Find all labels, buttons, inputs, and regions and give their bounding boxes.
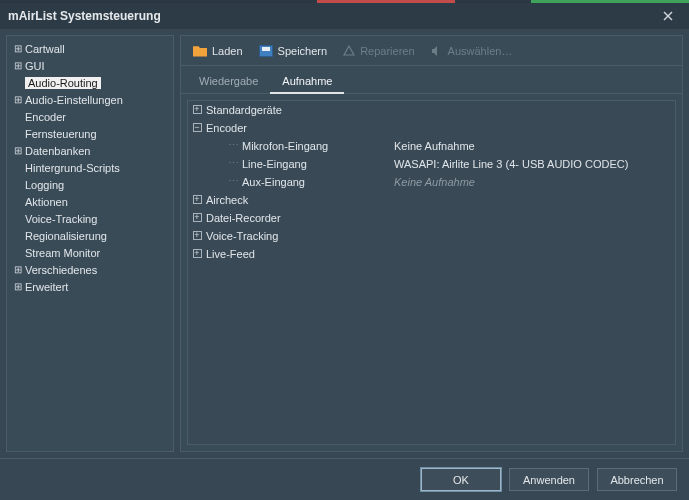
plus-icon[interactable]: ⊞ [11, 43, 25, 54]
sidebar-item-regionalisierung[interactable]: Regionalisierung [9, 227, 171, 244]
grid-row-line-eingang[interactable]: ⋯ Line-Eingang WASAPI: Airlite Line 3 (4… [188, 155, 675, 173]
window-title: mAirList Systemsteuerung [8, 9, 161, 23]
load-button[interactable]: Laden [187, 42, 249, 60]
plus-icon[interactable]: ⊞ [11, 94, 25, 105]
save-label: Speichern [278, 45, 328, 57]
sidebar-item-fernsteuerung[interactable]: Fernsteuerung [9, 125, 171, 142]
sidebar-item-verschiedenes[interactable]: ⊞Verschiedenes [9, 261, 171, 278]
sidebar-item-cartwall[interactable]: ⊞Cartwall [9, 40, 171, 57]
grid-row-standardgeraete[interactable]: + Standardgeräte [188, 101, 675, 119]
save-icon [259, 45, 273, 57]
tree-line-icon: ⋯ [224, 157, 242, 170]
sidebar-tree: ⊞Cartwall ⊞GUI Audio-Routing ⊞Audio-Eins… [6, 35, 174, 452]
close-icon [663, 11, 673, 21]
sidebar-item-datenbanken[interactable]: ⊞Datenbanken [9, 142, 171, 159]
cancel-button[interactable]: Abbrechen [597, 468, 677, 491]
grid-row-datei-recorder[interactable]: + Datei-Recorder [188, 209, 675, 227]
expand-icon[interactable]: + [188, 213, 206, 222]
expand-icon[interactable]: + [188, 195, 206, 204]
sidebar-item-audio-einstellungen[interactable]: ⊞Audio-Einstellungen [9, 91, 171, 108]
select-button: Auswählen… [425, 42, 519, 60]
tabs: Wiedergabe Aufnahme [181, 66, 682, 94]
load-label: Laden [212, 45, 243, 57]
plus-icon[interactable]: ⊞ [11, 60, 25, 71]
grid-row-voice-tracking[interactable]: + Voice-Tracking [188, 227, 675, 245]
grid-row-aircheck[interactable]: + Aircheck [188, 191, 675, 209]
expand-icon[interactable]: + [188, 105, 206, 114]
grid-row-encoder[interactable]: − Encoder [188, 119, 675, 137]
toolbar: Laden Speichern Reparieren Auswählen… [181, 36, 682, 66]
sidebar-item-stream-monitor[interactable]: Stream Monitor [9, 244, 171, 261]
expand-icon[interactable]: + [188, 231, 206, 240]
plus-icon[interactable]: ⊞ [11, 145, 25, 156]
value-aux[interactable]: Keine Aufnahme [394, 176, 675, 188]
sidebar-item-audio-routing[interactable]: Audio-Routing [9, 74, 171, 91]
value-line[interactable]: WASAPI: Airlite Line 3 (4- USB AUDIO COD… [394, 158, 675, 170]
collapse-icon[interactable]: − [188, 123, 206, 132]
value-mikrofon[interactable]: Keine Aufnahme [394, 140, 675, 152]
titlebar: mAirList Systemsteuerung [0, 3, 689, 29]
main-panel: Laden Speichern Reparieren Auswählen… Wi… [180, 35, 683, 452]
sidebar-item-erweitert[interactable]: ⊞Erweitert [9, 278, 171, 295]
expand-icon[interactable]: + [188, 249, 206, 258]
sidebar-item-gui[interactable]: ⊞GUI [9, 57, 171, 74]
save-button[interactable]: Speichern [253, 42, 334, 60]
sidebar-item-hintergrund-scripts[interactable]: Hintergrund-Scripts [9, 159, 171, 176]
tab-aufnahme[interactable]: Aufnahme [270, 69, 344, 93]
plus-icon[interactable]: ⊞ [11, 281, 25, 292]
sidebar-item-voice-tracking[interactable]: Voice-Tracking [9, 210, 171, 227]
repair-label: Reparieren [360, 45, 414, 57]
window: mAirList Systemsteuerung ⊞Cartwall ⊞GUI … [0, 0, 689, 500]
grid-row-mikrofon-eingang[interactable]: ⋯ Mikrofon-Eingang Keine Aufnahme [188, 137, 675, 155]
property-grid: + Standardgeräte − Encoder ⋯ Mikrofon-Ei… [187, 100, 676, 445]
close-button[interactable] [655, 3, 681, 29]
plus-icon[interactable]: ⊞ [11, 264, 25, 275]
footer: OK Anwenden Abbrechen [0, 458, 689, 500]
select-label: Auswählen… [448, 45, 513, 57]
repair-button: Reparieren [337, 42, 420, 60]
ok-button[interactable]: OK [421, 468, 501, 491]
sidebar-item-logging[interactable]: Logging [9, 176, 171, 193]
grid-row-aux-eingang[interactable]: ⋯ Aux-Eingang Keine Aufnahme [188, 173, 675, 191]
tree-line-icon: ⋯ [224, 139, 242, 152]
body: ⊞Cartwall ⊞GUI Audio-Routing ⊞Audio-Eins… [0, 29, 689, 458]
apply-button[interactable]: Anwenden [509, 468, 589, 491]
sidebar-item-encoder[interactable]: Encoder [9, 108, 171, 125]
sidebar-item-aktionen[interactable]: Aktionen [9, 193, 171, 210]
warning-icon [343, 45, 355, 57]
grid-row-live-feed[interactable]: + Live-Feed [188, 245, 675, 263]
speaker-icon [431, 45, 443, 57]
tree-line-icon: ⋯ [224, 175, 242, 188]
folder-icon [193, 45, 207, 57]
tab-wiedergabe[interactable]: Wiedergabe [187, 69, 270, 93]
